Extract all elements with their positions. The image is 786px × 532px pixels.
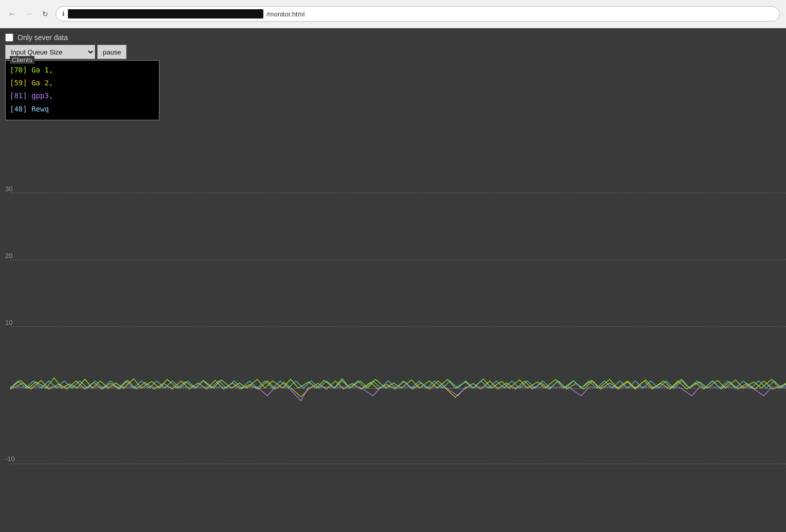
address-bar[interactable]: ℹ /monitor.html — [56, 6, 780, 22]
forward-button[interactable]: → — [23, 8, 35, 20]
only-sever-checkbox[interactable] — [5, 33, 13, 42]
clients-legend: Clients — [10, 56, 34, 64]
client-item-0[interactable]: [70] Ga 1, — [10, 64, 155, 77]
main-content: 30 20 10 -10 Only sever data — [0, 28, 786, 532]
controls-panel: Only sever data Input Queue Size Output … — [5, 33, 159, 120]
address-redacted — [68, 9, 263, 19]
pause-button[interactable]: pause — [97, 45, 127, 59]
address-text: /monitor.html — [266, 10, 305, 18]
client-item-1[interactable]: [59] Ga 2, — [10, 77, 155, 89]
clients-box: Clients [70] Ga 1, [59] Ga 2, [81] gpp3,… — [5, 60, 159, 120]
browser-chrome: ← → ↻ ℹ /monitor.html — [0, 0, 786, 28]
refresh-button[interactable]: ↻ — [39, 8, 51, 20]
only-sever-label: Only sever data — [17, 33, 68, 42]
info-icon: ℹ — [62, 10, 65, 17]
only-sever-row: Only sever data — [5, 33, 159, 42]
client-item-2[interactable]: [81] gpp3, — [10, 89, 155, 102]
client-item-3[interactable]: [48] Rewq — [10, 103, 155, 116]
back-button[interactable]: ← — [6, 8, 19, 20]
